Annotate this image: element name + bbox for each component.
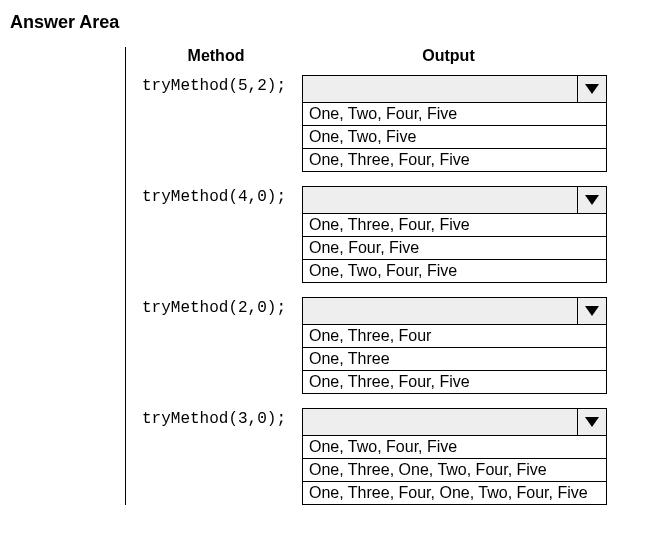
dropdown-option[interactable]: One, Three, Four [302,325,607,348]
method-header: Method [136,47,296,65]
output-header: Output [296,47,601,65]
chevron-down-icon [585,306,599,316]
dropdown-option[interactable]: One, Four, Five [302,237,607,260]
dropdown-value [303,409,577,435]
dropdown-option[interactable]: One, Three, Four, Five [302,149,607,172]
method-call: tryMethod(5,2); [136,75,302,95]
method-call: tryMethod(4,0); [136,186,302,206]
question-row: tryMethod(5,2); One, Two, Four, Five One… [136,75,607,172]
dropdown-button[interactable] [577,76,606,102]
dropdown-option[interactable]: One, Two, Four, Five [302,436,607,459]
question-grid: Method Output tryMethod(5,2); One, Two, … [126,47,607,505]
dropdown-select[interactable] [302,75,607,103]
output-block: One, Three, Four One, Three One, Three, … [302,297,607,394]
dropdown-option[interactable]: One, Two, Four, Five [302,260,607,283]
chevron-down-icon [585,195,599,205]
dropdown-select[interactable] [302,186,607,214]
dropdown-option[interactable]: One, Two, Four, Five [302,103,607,126]
dropdown-select[interactable] [302,408,607,436]
question-row: tryMethod(4,0); One, Three, Four, Five O… [136,186,607,283]
dropdown-value [303,298,577,324]
dropdown-option[interactable]: One, Three, Four, One, Two, Four, Five [302,482,607,505]
dropdown-option[interactable]: One, Two, Five [302,126,607,149]
dropdown-option[interactable]: One, Three, Four, Five [302,214,607,237]
output-block: One, Two, Four, Five One, Three, One, Tw… [302,408,607,505]
question-row: tryMethod(3,0); One, Two, Four, Five One… [136,408,607,505]
dropdown-option[interactable]: One, Three, Four, Five [302,371,607,394]
output-block: One, Three, Four, Five One, Four, Five O… [302,186,607,283]
dropdown-value [303,76,577,102]
dropdown-button[interactable] [577,409,606,435]
dropdown-button[interactable] [577,298,606,324]
question-row: tryMethod(2,0); One, Three, Four One, Th… [136,297,607,394]
method-call: tryMethod(2,0); [136,297,302,317]
chevron-down-icon [585,417,599,427]
chevron-down-icon [585,84,599,94]
dropdown-select[interactable] [302,297,607,325]
method-call: tryMethod(3,0); [136,408,302,428]
page-title: Answer Area [10,12,661,33]
dropdown-button[interactable] [577,187,606,213]
dropdown-value [303,187,577,213]
dropdown-option[interactable]: One, Three, One, Two, Four, Five [302,459,607,482]
header-row: Method Output [136,47,607,65]
content-area: Method Output tryMethod(5,2); One, Two, … [10,47,661,505]
dropdown-option[interactable]: One, Three [302,348,607,371]
output-block: One, Two, Four, Five One, Two, Five One,… [302,75,607,172]
